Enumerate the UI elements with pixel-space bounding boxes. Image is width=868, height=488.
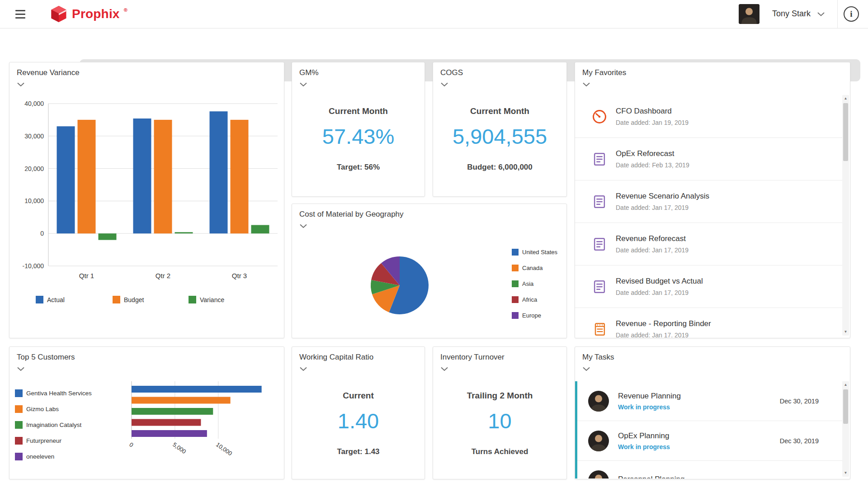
card-title: Working Capital Ratio [299,353,373,362]
scroll-down-arrow-icon[interactable]: ▼ [842,329,849,335]
kpi-value: 1.40 [292,408,425,433]
card-title: My Tasks [582,353,614,362]
scrollbar[interactable]: ▲ ▼ [842,381,849,477]
prophix-logo[interactable]: Prophix ® [50,5,127,25]
top5-legend: Gentiva Health ServicesGizmo LabsImagina… [15,389,92,460]
card-title: Revenue Variance [17,68,80,77]
favorite-title: Revenue Scenario Analysis [616,192,709,201]
kpi-period-label: Current [292,391,425,401]
tasks-list: Revenue PlanningWork in progressDec 30, … [575,381,842,479]
task-date: Dec 30, 2019 [780,477,819,479]
legend-item: Actual [36,296,65,303]
svg-text:20,000: 20,000 [24,165,44,172]
scroll-down-arrow-icon[interactable]: ▼ [842,470,849,476]
favorite-date: Date added: Feb 13, 2019 [616,161,689,169]
gm-percent-card: GM% Current Month 57.43% Target: 56% [292,62,425,197]
svg-text:10,000: 10,000 [24,197,44,204]
favorite-item[interactable]: CFO DashboardDate added: Jan 19, 2019 [575,95,842,138]
revenue-variance-card: Revenue Variance -10,000010,00020,00030,… [9,62,284,338]
collapse-chevron-icon[interactable] [583,367,590,371]
my-favorites-card: My Favorites CFO DashboardDate added: Ja… [575,62,850,338]
geography-pie-chart [368,254,431,317]
collapse-chevron-icon[interactable] [441,82,448,87]
legend-item: Africa [512,296,557,303]
svg-text:30,000: 30,000 [24,133,44,140]
card-title: Top 5 Customers [17,353,75,362]
favorite-title: CFO Dashboard [616,107,689,116]
favorite-date: Date added: Jan 17, 2019 [616,246,689,254]
favorite-date: Date added: Jan 17, 2019 [616,332,711,337]
scrollbar-thumb[interactable] [843,103,848,161]
kpi-value: 5,904,555 [433,124,566,149]
svg-text:5,000: 5,000 [171,441,187,455]
task-item[interactable]: OpEx PlanningWork in progressDec 30, 201… [577,421,842,461]
favorite-date: Date added: Jan 17, 2019 [616,204,709,211]
task-avatar [588,470,609,479]
legend-item: oneeleven [15,453,92,460]
top-5-customers-chart: 05,00010,000 [125,374,277,469]
menu-icon[interactable] [15,9,27,19]
scrollbar[interactable]: ▲ ▼ [842,95,849,336]
collapse-chevron-icon[interactable] [441,367,448,371]
favorite-item[interactable]: Revised Budget vs ActualDate added: Jan … [575,265,842,308]
task-item[interactable]: Revenue PlanningWork in progressDec 30, … [577,381,842,421]
task-date: Dec 30, 2019 [780,398,819,405]
task-status-link[interactable]: Work in progress [618,443,670,450]
top-5-customers-card: Top 5 Customers Gentiva Health ServicesG… [9,346,284,479]
tab-bar: Dashboard [0,28,868,53]
inventory-turnover-card: Inventory Turnover Trailing 2 Month 10 T… [433,346,567,479]
user-avatar[interactable] [739,4,760,24]
kpi-period-label: Trailing 2 Month [433,391,566,401]
favorite-item[interactable]: Revenue - Reporting BinderDate added: Ja… [575,308,842,337]
svg-text:Qtr 1: Qtr 1 [79,272,94,280]
favorite-title: Revenue - Reporting Binder [616,319,711,328]
legend-item: Variance [189,296,224,303]
svg-text:Qtr 2: Qtr 2 [156,272,170,280]
kpi-target: Turns Achieved [433,447,566,456]
favorite-item[interactable]: OpEx ReforecastDate added: Feb 13, 2019 [575,138,842,180]
svg-text:40,000: 40,000 [24,100,44,107]
task-title: Personnel Planning [618,475,684,479]
svg-text:10,000: 10,000 [215,441,233,457]
legend-item: Gentiva Health Services [15,389,92,397]
report-icon [591,151,608,167]
kpi-value: 57.43% [292,124,425,149]
chevron-down-icon[interactable] [817,12,825,16]
scroll-up-arrow-icon[interactable]: ▲ [842,382,849,388]
collapse-chevron-icon[interactable] [300,367,307,371]
svg-text:0: 0 [40,230,44,237]
collapse-chevron-icon[interactable] [17,367,24,371]
collapse-chevron-icon[interactable] [583,82,590,87]
collapse-chevron-icon[interactable] [300,82,307,87]
favorite-title: Revenue Reforecast [616,234,689,243]
favorite-date: Date added: Jan 17, 2019 [616,289,703,296]
favorite-item[interactable]: Revenue Scenario AnalysisDate added: Jan… [575,180,842,223]
legend-item: United States [512,249,557,256]
favorites-list: CFO DashboardDate added: Jan 19, 2019OpE… [575,95,842,337]
report-icon [591,236,608,252]
kpi-period-label: Current Month [433,106,566,116]
card-title: Inventory Turnover [440,353,505,362]
legend-item: Gizmo Labs [15,405,92,413]
favorite-item[interactable]: Revenue ReforecastDate added: Jan 17, 20… [575,223,842,265]
task-avatar [588,391,609,412]
svg-text:-10,000: -10,000 [23,262,44,270]
collapse-chevron-icon[interactable] [300,224,307,228]
top-bar: Prophix ® Tony Stark i [0,0,868,28]
my-tasks-card: My Tasks Revenue PlanningWork in progres… [575,346,850,479]
favorite-date: Date added: Jan 19, 2019 [616,119,689,126]
info-icon[interactable]: i [844,6,859,22]
card-title: My Favorites [582,68,626,77]
scroll-up-arrow-icon[interactable]: ▲ [842,95,849,102]
task-status-link[interactable]: Work in progress [618,403,681,411]
card-title: Cost of Material by Geography [299,210,404,219]
svg-text:Qtr 3: Qtr 3 [232,272,247,280]
report-icon [591,279,608,295]
task-item[interactable]: Personnel PlanningDec 30, 2019 [577,461,842,479]
collapse-chevron-icon[interactable] [17,82,24,87]
dashboard-gauge-icon [591,109,608,125]
user-name[interactable]: Tony Stark [772,9,811,19]
kpi-value: 10 [433,408,566,433]
prophix-logo-icon [50,5,68,25]
scrollbar-thumb[interactable] [843,389,848,424]
